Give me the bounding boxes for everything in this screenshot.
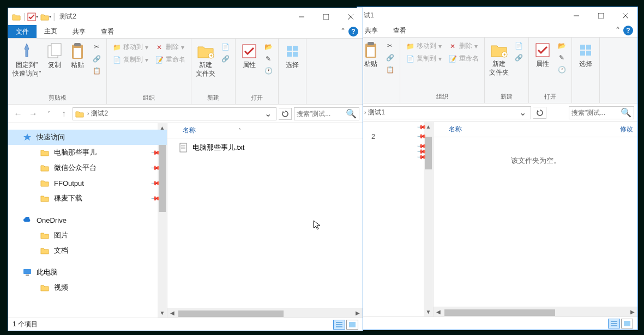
close-button[interactable] xyxy=(613,8,637,24)
open-button[interactable]: 📂 xyxy=(555,40,568,51)
thumbnails-view-toggle[interactable] xyxy=(621,319,633,328)
nav-item[interactable]: 稞麦下载📌 xyxy=(8,191,167,206)
folder-icon[interactable] xyxy=(10,11,22,23)
tab-file[interactable]: 文件 xyxy=(8,25,37,38)
scroll-thumb[interactable] xyxy=(178,310,284,317)
navigation-pane[interactable]: ▲ ▼ 📌 2📌 📌 📌 📌 xyxy=(357,122,434,316)
nav-item[interactable]: 📌 xyxy=(357,124,433,130)
maximize-button[interactable] xyxy=(314,9,338,25)
address-dropdown[interactable]: ⌄ xyxy=(517,107,528,118)
nav-item[interactable]: FFOutput📌 xyxy=(8,175,167,191)
copyto-button[interactable]: 📄复制到 ▾ xyxy=(404,53,444,64)
delete-button[interactable]: ✕删除 ▾ xyxy=(446,40,481,52)
nav-item[interactable]: 微信公众平台📌 xyxy=(8,160,167,175)
cut-button[interactable]: ✂ xyxy=(383,40,396,51)
titlebar[interactable]: | ▾ ▾ | 测试2 xyxy=(8,8,363,25)
refresh-button[interactable] xyxy=(533,107,546,119)
refresh-button[interactable] xyxy=(279,108,292,120)
tab-view[interactable]: 查看 xyxy=(93,25,122,38)
tab-view[interactable]: 查看 xyxy=(386,24,414,37)
paste-shortcut-button[interactable]: 📋 xyxy=(383,64,396,75)
scroll-right-button[interactable]: ▶ xyxy=(628,309,637,315)
help-icon[interactable]: ? xyxy=(348,27,358,36)
paste-shortcut-button[interactable]: 📋 xyxy=(90,65,103,76)
easyaccess-button[interactable]: 🔗 xyxy=(219,53,232,64)
horizontal-scrollbar[interactable]: ◀ ▶ xyxy=(167,308,363,318)
newfolder-button[interactable]: ✦ 新建 文件夹 xyxy=(487,39,511,78)
maximize-button[interactable] xyxy=(588,8,613,24)
open-button[interactable]: 📂 xyxy=(262,41,275,52)
nav-thispc[interactable]: 此电脑 xyxy=(8,265,167,280)
copyto-button[interactable]: 📄复制到 ▾ xyxy=(110,54,151,65)
pin-quickaccess-button[interactable]: 固定到" 快速访问" xyxy=(10,40,43,79)
recent-dropdown[interactable]: ˅ xyxy=(42,107,55,120)
address-box[interactable]: › 测试1 ⌄ xyxy=(360,106,531,119)
moveto-button[interactable]: 📁移动到 ▾ xyxy=(110,41,151,53)
properties-button[interactable]: 属性 xyxy=(238,40,261,71)
minimize-button[interactable] xyxy=(289,9,314,25)
select-button[interactable]: 选择 xyxy=(574,39,597,70)
easyaccess-button[interactable]: 🔗 xyxy=(512,52,525,63)
nav-quickaccess[interactable]: 快速访问 xyxy=(8,130,167,145)
scroll-down-button[interactable]: ▼ xyxy=(158,308,167,318)
nav-item[interactable]: 图片 xyxy=(8,228,167,243)
chevron-up-icon[interactable]: ˄ xyxy=(616,26,620,36)
column-name[interactable]: 名称 xyxy=(178,126,200,135)
history-button[interactable]: 🕐 xyxy=(262,65,275,76)
delete-button[interactable]: ✕删除 ▾ xyxy=(153,41,188,53)
breadcrumb-segment[interactable]: 测试1 xyxy=(367,108,386,117)
moveto-button[interactable]: 📁移动到 ▾ xyxy=(404,40,444,52)
scroll-down-button[interactable]: ▼ xyxy=(424,307,433,316)
nav-item[interactable]: 文档 xyxy=(8,243,167,258)
up-button[interactable]: ↑ xyxy=(57,107,70,120)
column-modified[interactable]: 修改 xyxy=(616,125,637,134)
address-dropdown[interactable]: ⌄ xyxy=(262,108,274,119)
details-view-toggle[interactable] xyxy=(333,320,345,330)
search-box[interactable]: 🔍 xyxy=(569,106,634,119)
scroll-left-button[interactable]: ◀ xyxy=(167,310,177,316)
search-box[interactable]: 🔍 xyxy=(294,107,359,120)
search-icon[interactable]: 🔍 xyxy=(621,107,631,118)
chevron-up-icon[interactable]: ˄ xyxy=(341,27,345,37)
minimize-button[interactable] xyxy=(564,8,588,24)
cut-button[interactable]: ✂ xyxy=(90,41,103,52)
paste-button[interactable]: 粘贴 xyxy=(66,40,89,71)
nav-item[interactable]: 电脑那些事儿📌 xyxy=(8,145,167,160)
copy-path-button[interactable]: 🔗 xyxy=(383,52,396,63)
select-button[interactable]: 选择 xyxy=(281,40,304,71)
help-icon[interactable]: ? xyxy=(623,26,633,35)
scroll-thumb[interactable] xyxy=(444,309,555,316)
horizontal-scrollbar[interactable]: ◀ ▶ xyxy=(434,307,637,316)
rename-button[interactable]: 📝重命名 xyxy=(446,53,481,64)
file-list[interactable]: 该文件夹为空。 xyxy=(434,137,637,307)
nav-item[interactable]: 视频 xyxy=(8,280,167,295)
newfolder-button[interactable]: ✦ 新建 文件夹 xyxy=(194,40,218,79)
tab-home[interactable]: 主页 xyxy=(37,25,65,38)
back-button[interactable]: ← xyxy=(11,107,25,120)
newitem-button[interactable]: 📄 xyxy=(512,40,525,51)
copy-button[interactable]: 复制 xyxy=(43,40,66,71)
rename-button[interactable]: 📝重命名 xyxy=(153,54,188,65)
thumbnails-view-toggle[interactable] xyxy=(346,320,358,330)
forward-button[interactable]: → xyxy=(27,107,40,120)
search-icon[interactable]: 🔍 xyxy=(346,108,357,119)
titlebar[interactable]: 试1 xyxy=(357,7,637,24)
edit-button[interactable]: ✎ xyxy=(555,52,568,63)
navigation-pane[interactable]: ▲ ▼ 快速访问 电脑那些事儿📌 微信公众平台📌 FFOutput📌 稞麦下载📌… xyxy=(8,123,167,318)
close-button[interactable] xyxy=(338,9,363,25)
edit-button[interactable]: ✎ xyxy=(262,53,275,64)
details-view-toggle[interactable] xyxy=(608,319,620,328)
newfolder-qat-icon[interactable]: ▾ xyxy=(40,11,52,23)
search-input[interactable] xyxy=(571,109,621,117)
properties-button[interactable]: 属性 xyxy=(531,39,554,70)
newitem-button[interactable]: 📄 xyxy=(219,41,232,52)
properties-qat-icon[interactable]: ▾ xyxy=(27,11,39,23)
scroll-left-button[interactable]: ◀ xyxy=(434,309,443,315)
copy-path-button[interactable]: 🔗 xyxy=(90,53,103,64)
tab-share[interactable]: 共享 xyxy=(65,25,93,38)
search-input[interactable] xyxy=(297,110,346,118)
address-box[interactable]: › 测试2 ⌄ xyxy=(73,107,276,120)
file-item[interactable]: 电脑那些事儿.txt xyxy=(167,141,363,155)
column-name[interactable]: 名称 xyxy=(444,125,466,134)
scroll-right-button[interactable]: ▶ xyxy=(353,310,363,316)
